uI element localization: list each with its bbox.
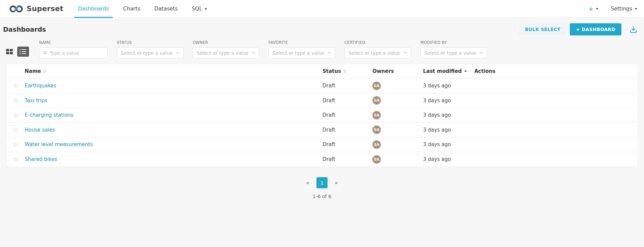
nav-tab-label: Datasets bbox=[155, 6, 178, 12]
filter-label: CERTIFIED bbox=[344, 40, 411, 45]
modified-by-filter-select[interactable]: Select or type a value bbox=[420, 47, 487, 58]
chevron-down-icon bbox=[635, 8, 637, 10]
column-header-name[interactable]: Name bbox=[25, 68, 323, 74]
chevron-down-icon bbox=[328, 52, 331, 54]
sort-icon bbox=[343, 69, 346, 73]
owner-filter-select[interactable]: Select or type a value bbox=[193, 47, 259, 58]
select-placeholder: Select or type a value bbox=[273, 50, 324, 56]
favorite-star-icon[interactable]: ☆ bbox=[13, 83, 19, 89]
owner-avatar: SA bbox=[372, 96, 381, 105]
navbar: Superset Dashboards Charts Datasets SQL … bbox=[0, 0, 644, 18]
settings-menu[interactable]: Settings bbox=[611, 6, 637, 12]
list-view-toggle[interactable] bbox=[17, 47, 29, 57]
page-header: Dashboards BULK SELECT + DASHBOARD bbox=[0, 18, 644, 38]
status-text: Draft bbox=[323, 156, 335, 162]
certified-filter-select[interactable]: Select or type a value bbox=[344, 47, 411, 58]
settings-label: Settings bbox=[611, 6, 632, 12]
nav-tab-datasets[interactable]: Datasets bbox=[147, 0, 185, 18]
nav-tab-dashboards[interactable]: Dashboards bbox=[71, 0, 116, 18]
filter-status: STATUS Select or type a value bbox=[117, 40, 184, 58]
table-row: ☆ Shared bikes Draft SA 3 days ago bbox=[7, 152, 637, 167]
filter-label: NAME bbox=[39, 40, 108, 45]
favorite-star-icon[interactable]: ☆ bbox=[13, 127, 19, 133]
filter-label: OWNER bbox=[193, 40, 259, 45]
dashboard-link[interactable]: Taxi trips bbox=[25, 98, 47, 104]
next-page-button[interactable]: » bbox=[335, 180, 338, 186]
last-modified-text: 3 days ago bbox=[423, 112, 451, 118]
column-header-owners: Owners bbox=[372, 68, 423, 74]
select-placeholder: Select or type a value bbox=[121, 50, 172, 56]
last-modified-text: 3 days ago bbox=[423, 156, 451, 162]
status-text: Draft bbox=[323, 141, 335, 147]
filter-label: MODIFIED BY bbox=[420, 40, 487, 45]
table-row: ☆ E-charging stations Draft SA 3 days ag… bbox=[7, 108, 637, 123]
filter-bar: NAME STATUS Select or type a value OWNER… bbox=[0, 38, 644, 64]
filter-favorite: FAVORITE Select or type a value bbox=[269, 40, 335, 58]
plus-icon: + bbox=[588, 6, 594, 12]
sort-icon bbox=[43, 69, 46, 73]
dashboard-link[interactable]: Earthquakes bbox=[25, 83, 56, 89]
view-toggles bbox=[6, 47, 29, 58]
owner-avatar: SA bbox=[372, 126, 381, 134]
page-1-button[interactable]: 1 bbox=[316, 177, 328, 188]
bulk-select-button[interactable]: BULK SELECT bbox=[519, 23, 566, 35]
favorite-filter-select[interactable]: Select or type a value bbox=[269, 47, 335, 58]
superset-infinity-icon bbox=[9, 4, 24, 13]
import-dashboard-button[interactable] bbox=[629, 26, 637, 33]
nav-tab-sql[interactable]: SQL bbox=[185, 0, 215, 18]
page-actions: BULK SELECT + DASHBOARD bbox=[519, 23, 637, 35]
sort-desc-icon bbox=[464, 71, 467, 72]
card-view-toggle[interactable] bbox=[6, 49, 13, 54]
table-header-row: Name Status Owners Last modified Actions bbox=[7, 64, 637, 79]
dashboard-link[interactable]: E-charging stations bbox=[25, 112, 74, 118]
filter-certified: CERTIFIED Select or type a value bbox=[344, 40, 411, 58]
status-text: Draft bbox=[323, 83, 335, 89]
list-view-icon bbox=[20, 49, 29, 50]
name-filter-input[interactable] bbox=[50, 50, 104, 56]
owner-avatar: SA bbox=[372, 155, 381, 164]
status-text: Draft bbox=[323, 112, 335, 118]
name-filter-box bbox=[39, 47, 108, 58]
row-count-text: 1-6 of 6 bbox=[0, 194, 644, 199]
last-modified-text: 3 days ago bbox=[423, 83, 451, 89]
dashboard-link[interactable]: House sales bbox=[25, 127, 55, 133]
brand-name: Superset bbox=[27, 5, 63, 13]
superset-logo[interactable]: Superset bbox=[9, 0, 63, 18]
chevron-down-icon bbox=[252, 52, 255, 54]
filter-modified-by: MODIFIED BY Select or type a value bbox=[420, 40, 487, 58]
download-icon bbox=[629, 26, 637, 33]
column-header-status[interactable]: Status bbox=[323, 68, 372, 74]
chevron-down-icon bbox=[403, 52, 407, 54]
dashboard-link[interactable]: Shared bikes bbox=[25, 156, 57, 162]
dashboard-link[interactable]: Water level measurements bbox=[25, 141, 93, 147]
owner-avatar: SA bbox=[372, 82, 381, 90]
nav-tab-label: Charts bbox=[123, 6, 140, 12]
favorite-star-icon[interactable]: ☆ bbox=[13, 156, 19, 163]
chevron-down-icon bbox=[176, 52, 179, 54]
last-modified-text: 3 days ago bbox=[423, 98, 451, 104]
nav-tab-charts[interactable]: Charts bbox=[116, 0, 147, 18]
nav-tab-label: SQL bbox=[192, 6, 202, 12]
prev-page-button[interactable]: « bbox=[306, 180, 309, 186]
new-item-menu[interactable]: + bbox=[588, 6, 599, 12]
table-row: ☆ Taxi trips Draft SA 3 days ago bbox=[7, 93, 637, 108]
select-placeholder: Select or type a value bbox=[197, 50, 248, 56]
filter-label: FAVORITE bbox=[269, 40, 335, 45]
status-filter-select[interactable]: Select or type a value bbox=[117, 47, 184, 58]
filter-label: STATUS bbox=[117, 40, 184, 45]
status-text: Draft bbox=[323, 127, 335, 133]
favorite-star-icon[interactable]: ☆ bbox=[13, 97, 19, 104]
select-placeholder: Select or type a value bbox=[424, 50, 476, 56]
pagination: « 1 » bbox=[0, 177, 644, 188]
column-header-last-modified[interactable]: Last modified bbox=[423, 68, 474, 74]
search-icon bbox=[43, 51, 47, 55]
table-row: ☆ Water level measurements Draft SA 3 da… bbox=[7, 137, 637, 152]
favorite-star-icon[interactable]: ☆ bbox=[13, 112, 19, 118]
chevron-down-icon bbox=[596, 8, 598, 10]
nav-tab-label: Dashboards bbox=[78, 6, 109, 12]
owner-avatar: SA bbox=[372, 111, 381, 119]
favorite-star-icon[interactable]: ☆ bbox=[13, 141, 19, 148]
status-text: Draft bbox=[323, 98, 335, 104]
filter-name: NAME bbox=[39, 40, 108, 58]
add-dashboard-button[interactable]: + DASHBOARD bbox=[570, 23, 621, 35]
